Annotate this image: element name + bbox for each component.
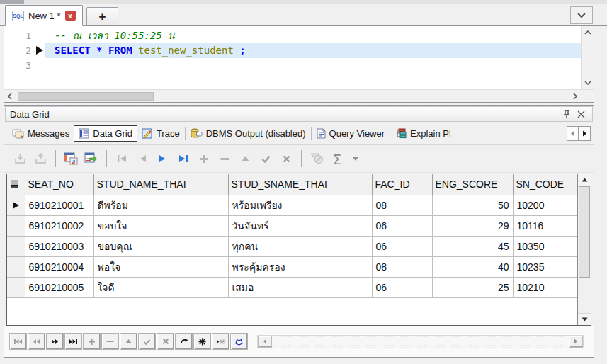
nav-first-button[interactable] [9, 333, 27, 350]
nav-edit-mode-button[interactable] [230, 333, 248, 350]
tab-messages[interactable]: Messages [8, 126, 74, 141]
cell-fac-id[interactable]: 08 [372, 256, 432, 277]
cell-name[interactable]: ดีพร้อม [93, 195, 228, 215]
cell-seat-no[interactable]: 6910210004 [25, 256, 93, 277]
next-record-button[interactable] [156, 152, 170, 166]
filter-data-button[interactable] [310, 152, 324, 166]
cell-fac-id[interactable]: 06 [372, 236, 432, 256]
new-tab-button[interactable]: + [86, 7, 119, 26]
cell-sname[interactable]: เสมอ [228, 277, 372, 297]
cell-seat-no[interactable]: 6910210002 [25, 215, 93, 236]
table-row[interactable]: 6910210003 ขอบคุณ ทุกคน 06 45 10350 [7, 236, 577, 256]
cell-sn-code[interactable]: 10210 [513, 277, 577, 297]
scroll-up-button[interactable] [578, 174, 591, 186]
scroll-down-button[interactable] [578, 313, 591, 325]
cell-sn-code[interactable]: 10116 [513, 215, 577, 236]
table-row[interactable]: 6910210002 ขอบใจ วันจันทร์ 06 29 10116 [7, 215, 577, 236]
cell-name[interactable]: ใจดี [93, 277, 228, 297]
nav-next-button[interactable] [46, 333, 64, 350]
nav-delete-button[interactable] [101, 333, 119, 350]
cell-fac-id[interactable]: 06 [372, 277, 432, 297]
cell-eng-score[interactable]: 50 [432, 195, 513, 215]
cell-fac-id[interactable]: 06 [372, 215, 432, 236]
nav-cancel-button[interactable] [157, 333, 174, 350]
tab-data-grid[interactable]: Data Grid [74, 125, 137, 142]
tab-list-dropdown-button[interactable] [570, 6, 593, 24]
scroll-right-icon[interactable] [569, 91, 581, 101]
fetch-to-grid-button[interactable] [64, 152, 78, 166]
column-header-stud-sname-thai[interactable]: STUD_SNAME_THAI [228, 174, 372, 195]
cell-eng-score[interactable]: 45 [432, 236, 513, 256]
nav-post-button[interactable] [138, 333, 156, 350]
nav-insert-button[interactable] [83, 333, 101, 350]
cell-sname[interactable]: พระคุ้มครอง [228, 256, 372, 277]
pin-icon[interactable] [560, 107, 574, 121]
tab-explain-plan[interactable]: Explain Pl [391, 126, 454, 141]
column-header-eng-score[interactable]: ENG_SCORE [432, 174, 513, 195]
editor-horizontal-scrollbar[interactable] [4, 89, 594, 102]
code-line-2[interactable]: SELECT * FROM test_new_student ; [45, 43, 581, 58]
nav-refresh-button[interactable] [175, 333, 193, 350]
nav-bookmark-goto-button[interactable] [212, 333, 229, 350]
table-row[interactable]: 6910210005 ใจดี เสมอ 06 25 10210 [7, 277, 577, 297]
column-header-sn-code[interactable]: SN_CODE [513, 174, 577, 195]
cell-name[interactable]: พอใจ [93, 256, 228, 277]
tab-scroll-right-button[interactable] [579, 126, 591, 141]
hscroll-left-button[interactable] [258, 336, 272, 348]
hscroll-right-button[interactable] [569, 336, 583, 348]
tab-dbms-output[interactable]: DBMS Output (disabled) [186, 126, 310, 141]
code-area[interactable]: -- ณ เวลา 10:55:25 น SELECT * FROM test_… [45, 26, 581, 89]
cell-sn-code[interactable]: 10350 [513, 236, 577, 256]
cell-seat-no[interactable]: 6910210003 [25, 236, 93, 256]
aggregate-sum-button[interactable]: Σ [330, 152, 344, 166]
code-line-1[interactable]: -- ณ เวลา 10:55:25 น [45, 28, 581, 43]
column-header-seat-no[interactable]: SEAT_NO [25, 174, 93, 195]
hscroll-thumb[interactable] [18, 92, 154, 101]
nav-last-button[interactable] [64, 333, 82, 350]
tab-close-icon[interactable]: x [65, 11, 76, 21]
vscroll-thumb[interactable] [579, 186, 590, 278]
delete-record-button[interactable] [217, 152, 232, 166]
cell-eng-score[interactable]: 25 [432, 277, 513, 297]
insert-record-button[interactable] [197, 152, 211, 166]
nav-edit-button[interactable] [120, 333, 137, 350]
cell-sname[interactable]: หร้อมเพรียง [228, 195, 372, 215]
cell-name[interactable]: ขอบใจ [93, 215, 228, 236]
cell-sname[interactable]: วันจันทร์ [228, 215, 372, 236]
close-icon[interactable] [574, 107, 588, 121]
nav-prior-button[interactable] [28, 333, 45, 350]
editor-vertical-scrollbar[interactable] [581, 26, 594, 89]
sum-dropdown-icon[interactable] [353, 157, 358, 161]
cell-seat-no[interactable]: 6910210001 [25, 195, 93, 215]
table-row[interactable]: 6910210004 พอใจ พระคุ้มครอง 08 40 10235 [7, 256, 577, 277]
first-record-button[interactable] [115, 152, 129, 166]
cell-eng-score[interactable]: 40 [432, 256, 513, 277]
tab-scroll-left-button[interactable] [567, 126, 579, 141]
tab-trace[interactable]: Trace [137, 126, 184, 141]
cell-name[interactable]: ขอบคุณ [93, 236, 228, 256]
import-data-button[interactable] [13, 152, 27, 166]
cell-eng-score[interactable]: 29 [432, 215, 513, 236]
export-data-button[interactable] [33, 152, 47, 166]
table-row[interactable]: 6910210001 ดีพร้อม หร้อมเพรียง 08 50 102… [7, 195, 577, 215]
prior-record-button[interactable] [135, 152, 149, 166]
cell-sn-code[interactable]: 10235 [513, 256, 577, 277]
column-header-fac-id[interactable]: FAC_ID [372, 174, 432, 195]
scroll-left-icon[interactable] [4, 91, 16, 101]
grid-horizontal-scrollbar[interactable] [257, 335, 584, 348]
grid-vertical-scrollbar[interactable] [577, 174, 591, 325]
cancel-edit-button[interactable] [279, 152, 293, 166]
edit-record-button[interactable] [238, 152, 252, 166]
tab-query-viewer[interactable]: Query Viewer [312, 126, 390, 141]
export-dataset-button[interactable] [84, 152, 98, 166]
scroll-down-icon[interactable] [582, 78, 594, 88]
cell-sname[interactable]: ทุกคน [228, 236, 372, 256]
nav-bookmark-set-button[interactable] [193, 333, 211, 350]
cell-seat-no[interactable]: 6910210005 [25, 277, 93, 297]
tab-new-1[interactable]: SQL New 1 * x [5, 5, 83, 26]
vscroll-track[interactable] [578, 186, 591, 313]
scroll-up-icon[interactable] [582, 28, 594, 38]
cell-fac-id[interactable]: 08 [372, 195, 432, 215]
splitter-grip[interactable] [0, 0, 24, 4]
cell-sn-code[interactable]: 10200 [513, 195, 577, 215]
